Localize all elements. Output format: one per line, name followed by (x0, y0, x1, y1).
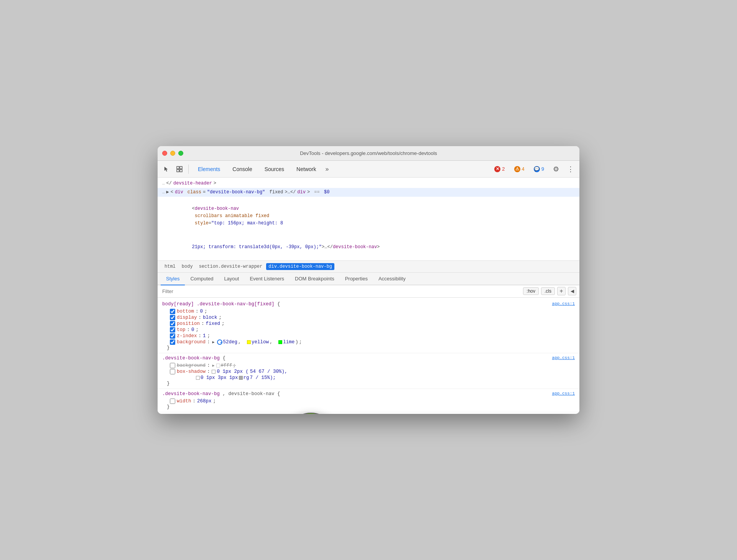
breadcrumb-div[interactable]: div.devsite-book-nav-bg (266, 263, 334, 270)
filter-input[interactable] (161, 287, 520, 296)
css-prop-background-2: background : ▶ #fff ; (162, 362, 575, 369)
css-rule-1: body[ready] .devsite-book-nav-bg[fixed] … (158, 299, 579, 353)
more-options-button[interactable]: ⋮ (565, 163, 576, 175)
warning-count: 4 (522, 166, 525, 172)
shadow-swatch-3[interactable] (239, 376, 243, 380)
css-rule-1-close: } (162, 345, 575, 351)
breadcrumb: html body section.devsite-wrapper div.de… (158, 261, 579, 273)
breadcrumb-body[interactable]: body (179, 263, 195, 270)
prop-checkbox-bottom[interactable] (170, 309, 175, 314)
white-swatch[interactable] (216, 364, 220, 367)
devtools-window: DevTools - developers.google.com/web/too… (158, 146, 579, 414)
filter-bar: :hov .cls + ◀ (158, 285, 579, 298)
more-tabs-button[interactable]: » (322, 164, 332, 174)
prop-checkbox-position[interactable] (170, 321, 175, 326)
tab-console[interactable]: Console (226, 164, 258, 175)
warning-icon: ⚠ (514, 166, 520, 172)
css-link-2[interactable]: app.css:1 (552, 356, 575, 360)
prop-checkbox-top[interactable] (170, 327, 175, 333)
html-line-1: … </devsite-header> (158, 179, 579, 188)
close-button[interactable] (162, 151, 167, 156)
cursor-icon[interactable] (161, 163, 172, 175)
shadow-swatch-1[interactable] (212, 370, 216, 374)
warnings-badge[interactable]: ⚠ 4 (511, 165, 528, 174)
prop-checkbox-z-index[interactable] (170, 333, 175, 339)
html-line-2: … ▶ <div class="devsite-book-nav-bg" fix… (158, 188, 579, 197)
shadow-swatch-2[interactable] (196, 376, 200, 380)
tab-network[interactable]: Network (290, 164, 322, 175)
svg-rect-1 (180, 166, 182, 169)
titlebar: DevTools - developers.google.com/web/too… (158, 146, 579, 161)
minimize-button[interactable] (170, 151, 175, 156)
lime-swatch[interactable] (278, 340, 282, 344)
prop-checkbox-bg-2[interactable] (170, 363, 175, 368)
css-prop-top: top : 0 ; (162, 327, 575, 333)
settings-button[interactable]: ⚙ (550, 163, 562, 175)
filter-actions: :hov .cls + ◀ (523, 287, 576, 295)
angle-picker[interactable]: 52deg , (217, 339, 241, 345)
breadcrumb-section[interactable]: section.devsite-wrapper (197, 263, 265, 270)
toolbar-tabs: Elements Console Sources Network » (192, 164, 490, 175)
ellipsis-1: … (162, 180, 165, 187)
css-tab-dom-breakpoints[interactable]: DOM Breakpoints (290, 273, 340, 285)
svg-rect-0 (177, 166, 179, 169)
css-prop-z-index: z-index : 1 ; (162, 333, 575, 339)
prop-checkbox-display[interactable] (170, 315, 175, 320)
html-line-4: 21px; transform: translate3d(0px, -39px,… (158, 235, 579, 259)
css-link-1[interactable]: app.css:1 (552, 301, 575, 306)
tab-sources[interactable]: Sources (258, 164, 290, 175)
expand-arrow[interactable]: ▶ (166, 189, 169, 196)
prop-checkbox-width[interactable] (170, 399, 175, 404)
ellipsis-2: … (162, 189, 165, 196)
css-selector-3: .devsite-book-nav-bg , devsite-book-nav … (162, 391, 575, 397)
main-toolbar: Elements Console Sources Network » ✕ 2 ⚠… (158, 161, 579, 178)
css-rules-panel: body[ready] .devsite-book-nav-bg[fixed] … (158, 298, 579, 414)
svg-rect-2 (177, 170, 179, 172)
window-title: DevTools - developers.google.com/web/too… (300, 150, 437, 156)
prop-checkbox-shadow[interactable] (170, 369, 175, 374)
css-tab-styles[interactable]: Styles (161, 273, 185, 285)
html-line-3: <devsite-book-nav scrollbars animatable … (158, 197, 579, 235)
prop-checkbox-background[interactable] (170, 339, 175, 345)
cls-button[interactable]: .cls (541, 287, 555, 295)
angle-clock-face[interactable] (280, 413, 342, 414)
css-prop-position: position : fixed ; (162, 321, 575, 327)
css-prop-width: width : 268px ; (162, 398, 575, 404)
errors-badge[interactable]: ✕ 2 (491, 165, 508, 174)
add-style-button[interactable]: + (557, 287, 566, 295)
error-count: 2 (502, 166, 505, 172)
message-icon: 💬 (534, 166, 540, 172)
angle-clock-popup[interactable] (280, 413, 342, 414)
css-link-3[interactable]: app.css:1 (552, 391, 575, 396)
traffic-lights (162, 151, 183, 156)
css-rule-3-close: } (162, 404, 575, 410)
css-tabs: Styles Computed Layout Event Listeners D… (158, 273, 579, 285)
css-tab-layout[interactable]: Layout (219, 273, 244, 285)
css-selector-1: body[ready] .devsite-book-nav-bg[fixed] … (162, 301, 575, 307)
css-prop-background: background : ▶ 52deg , yellow , (162, 339, 575, 345)
messages-badge[interactable]: 💬 9 (531, 165, 547, 174)
hov-button[interactable]: :hov (523, 287, 539, 295)
css-prop-box-shadow: box-shadow : 0 1px 2px ( 54 67 / 30%), (162, 369, 575, 375)
inspect-icon[interactable] (174, 163, 185, 175)
breadcrumb-html[interactable]: html (162, 263, 178, 270)
css-prop-display: display : block ; (162, 315, 575, 321)
css-tab-computed[interactable]: Computed (185, 273, 219, 285)
css-prop-box-shadow-2: 0 1px 3px 1px rg 7 / 15%); (162, 375, 575, 381)
css-prop-bottom: bottom : 0 ; (162, 308, 575, 315)
html-panel: … </devsite-header> … ▶ <div class="devs… (158, 178, 579, 261)
message-count: 9 (541, 166, 544, 172)
error-icon: ✕ (494, 166, 500, 172)
svg-rect-3 (180, 170, 182, 172)
toggle-sidebar-button[interactable]: ◀ (568, 287, 576, 295)
css-rule-2: .devsite-book-nav-bg { app.css:1 backgro… (158, 353, 579, 389)
css-tab-properties[interactable]: Properties (340, 273, 373, 285)
maximize-button[interactable] (178, 151, 183, 156)
gradient-indicator[interactable]: ▶ (212, 340, 216, 344)
toolbar-divider (188, 165, 189, 174)
css-tab-accessibility[interactable]: Accessibility (373, 273, 411, 285)
css-rule-3: .devsite-book-nav-bg , devsite-book-nav … (158, 389, 579, 412)
css-tab-event-listeners[interactable]: Event Listeners (244, 273, 290, 285)
yellow-swatch[interactable] (247, 340, 251, 344)
tab-elements[interactable]: Elements (192, 164, 226, 175)
